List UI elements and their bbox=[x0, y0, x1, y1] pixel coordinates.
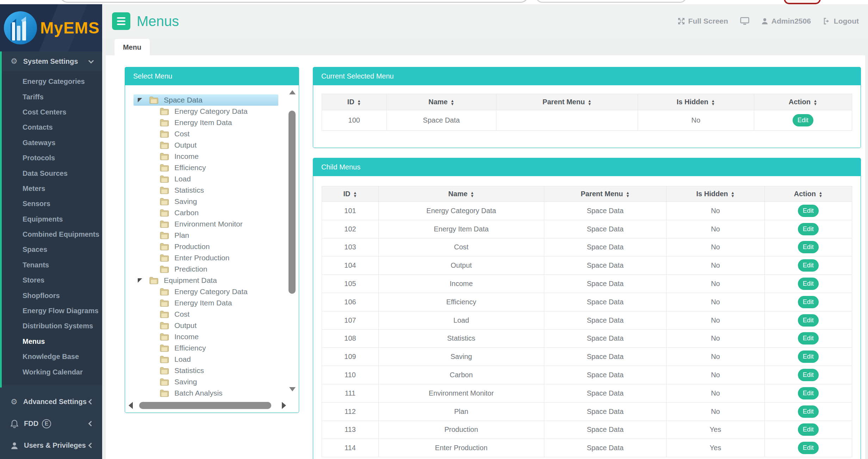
tree-node[interactable]: Production bbox=[125, 241, 299, 252]
expand-triangle-icon[interactable] bbox=[138, 98, 142, 103]
sidebar-item[interactable]: Sensors bbox=[0, 196, 102, 211]
column-header[interactable]: ID bbox=[322, 186, 379, 202]
sort-icon[interactable] bbox=[731, 191, 734, 198]
user-menu[interactable]: Admin2506 bbox=[761, 17, 811, 25]
column-header[interactable]: Parent Menu bbox=[544, 186, 666, 202]
edit-button[interactable]: Edit bbox=[798, 314, 819, 327]
tree-node[interactable]: Energy Item Data bbox=[125, 297, 299, 309]
column-header[interactable]: Action bbox=[754, 94, 852, 110]
tree-node[interactable]: Batch Analysis bbox=[125, 387, 299, 399]
horizontal-scrollbar-thumb[interactable] bbox=[139, 402, 271, 409]
sort-icon[interactable] bbox=[470, 191, 474, 198]
sidebar-item[interactable]: Protocols bbox=[0, 150, 102, 166]
scroll-left-arrow-icon[interactable] bbox=[129, 402, 133, 409]
tree-node[interactable]: Statistics bbox=[125, 185, 299, 196]
edit-button[interactable]: Edit bbox=[798, 241, 819, 253]
tree-node[interactable]: Carbon bbox=[125, 207, 299, 218]
tree-node[interactable]: Income bbox=[125, 151, 299, 162]
sort-icon[interactable] bbox=[353, 191, 357, 198]
column-header[interactable]: Name bbox=[386, 94, 496, 110]
tree-node[interactable]: Energy Category Data bbox=[125, 106, 299, 117]
sidebar-item[interactable]: Distribution Systems bbox=[0, 318, 102, 334]
tree-node[interactable]: Load bbox=[125, 173, 299, 185]
tree-node[interactable]: Income bbox=[125, 331, 299, 342]
tree-node[interactable]: Load bbox=[125, 354, 299, 365]
fullscreen-button[interactable]: Full Screen bbox=[677, 17, 728, 25]
sidebar-item[interactable]: Energy Flow Diagrams bbox=[0, 303, 102, 318]
sidebar-section-fdd[interactable]: FDD E bbox=[0, 413, 102, 435]
sort-icon[interactable] bbox=[626, 191, 630, 198]
sort-icon[interactable] bbox=[588, 99, 591, 106]
tab-menu[interactable]: Menu bbox=[114, 39, 150, 56]
sidebar-item[interactable]: Tariffs bbox=[0, 89, 102, 104]
column-header[interactable]: Action bbox=[764, 186, 852, 202]
sidebar-item[interactable]: Menus bbox=[0, 334, 102, 349]
edit-button[interactable]: Edit bbox=[798, 296, 819, 308]
tree-node[interactable]: Equipment Data bbox=[125, 275, 299, 286]
column-header[interactable]: Name bbox=[379, 186, 544, 202]
sidebar-item[interactable]: Stores bbox=[0, 273, 102, 288]
sidebar-item[interactable]: Combined Equipments bbox=[0, 227, 102, 242]
sidebar-section-advanced-settings[interactable]: ⚙ Advanced Settings bbox=[0, 391, 102, 413]
sidebar-item[interactable]: Contacts bbox=[0, 120, 102, 135]
sort-icon[interactable] bbox=[819, 191, 823, 198]
sidebar-section-system-settings[interactable]: ⚙ System Settings bbox=[0, 51, 102, 71]
sort-icon[interactable] bbox=[813, 99, 817, 106]
tree-node[interactable]: Prediction bbox=[125, 263, 299, 275]
tree-node[interactable]: Efficiency bbox=[125, 162, 299, 173]
tree-node[interactable]: Efficiency bbox=[125, 342, 299, 354]
sort-icon[interactable] bbox=[451, 99, 454, 106]
tree-node[interactable]: Statistics bbox=[125, 365, 299, 376]
tree-vertical-scrollbar[interactable] bbox=[288, 89, 297, 393]
expand-triangle-icon[interactable] bbox=[138, 278, 142, 283]
sort-icon[interactable] bbox=[711, 99, 715, 106]
sidebar-item[interactable]: Shopfloors bbox=[0, 288, 102, 303]
tree-node[interactable]: Saving bbox=[125, 196, 299, 207]
edit-button[interactable]: Edit bbox=[798, 442, 819, 454]
edit-button[interactable]: Edit bbox=[798, 405, 819, 418]
tree-node[interactable]: Output bbox=[125, 320, 299, 331]
edit-button[interactable]: Edit bbox=[798, 369, 819, 381]
edit-button[interactable]: Edit bbox=[793, 114, 813, 126]
edit-button[interactable]: Edit bbox=[798, 351, 819, 363]
tree-node[interactable]: Plan bbox=[125, 230, 299, 241]
column-header[interactable]: Is Hidden bbox=[638, 94, 754, 110]
logout-button[interactable]: Logout bbox=[823, 17, 859, 25]
tree-horizontal-scrollbar[interactable] bbox=[126, 400, 287, 411]
monitor-button[interactable] bbox=[740, 17, 749, 25]
sidebar-item[interactable]: Working Calendar bbox=[0, 364, 102, 379]
tree-node[interactable]: Output bbox=[125, 139, 299, 151]
sidebar-item[interactable]: Equipments bbox=[0, 212, 102, 227]
sort-icon[interactable] bbox=[357, 99, 361, 106]
sidebar-item[interactable]: Cost Centers bbox=[0, 105, 102, 120]
sidebar-section-users-privileges[interactable]: Users & Privileges bbox=[0, 435, 102, 457]
logo[interactable]: MyEMS bbox=[0, 4, 102, 51]
tree-node[interactable]: Environment Monitor bbox=[125, 218, 299, 230]
edit-button[interactable]: Edit bbox=[798, 423, 819, 436]
tree-node[interactable]: Space Data bbox=[134, 94, 278, 106]
tree-node[interactable]: Energy Category Data bbox=[125, 286, 299, 297]
edit-button[interactable]: Edit bbox=[798, 223, 819, 235]
scroll-up-arrow-icon[interactable] bbox=[289, 90, 296, 94]
column-header[interactable]: Parent Menu bbox=[496, 94, 638, 110]
tree-node[interactable]: Cost bbox=[125, 128, 299, 139]
vertical-scrollbar-thumb[interactable] bbox=[289, 111, 296, 294]
sidebar-item[interactable]: Gateways bbox=[0, 135, 102, 150]
edit-button[interactable]: Edit bbox=[798, 205, 819, 217]
tree-node[interactable]: Cost bbox=[125, 309, 299, 320]
edit-button[interactable]: Edit bbox=[798, 387, 819, 399]
sidebar-item[interactable]: Data Sources bbox=[0, 166, 102, 181]
tree-node[interactable]: Enter Production bbox=[125, 252, 299, 263]
edit-button[interactable]: Edit bbox=[798, 278, 819, 290]
sidebar-item[interactable]: Spaces bbox=[0, 242, 102, 257]
sidebar-item[interactable]: Knowledge Base bbox=[0, 349, 102, 364]
edit-button[interactable]: Edit bbox=[798, 332, 819, 345]
sidebar-item[interactable]: Tenants bbox=[0, 258, 102, 273]
column-header[interactable]: Is Hidden bbox=[666, 186, 764, 202]
scroll-right-arrow-icon[interactable] bbox=[282, 402, 286, 409]
sidebar-item[interactable]: Meters bbox=[0, 181, 102, 196]
edit-button[interactable]: Edit bbox=[798, 259, 819, 272]
tree-node[interactable]: Saving bbox=[125, 376, 299, 387]
tree-node[interactable]: Energy Item Data bbox=[125, 117, 299, 128]
scroll-down-arrow-icon[interactable] bbox=[289, 387, 296, 391]
